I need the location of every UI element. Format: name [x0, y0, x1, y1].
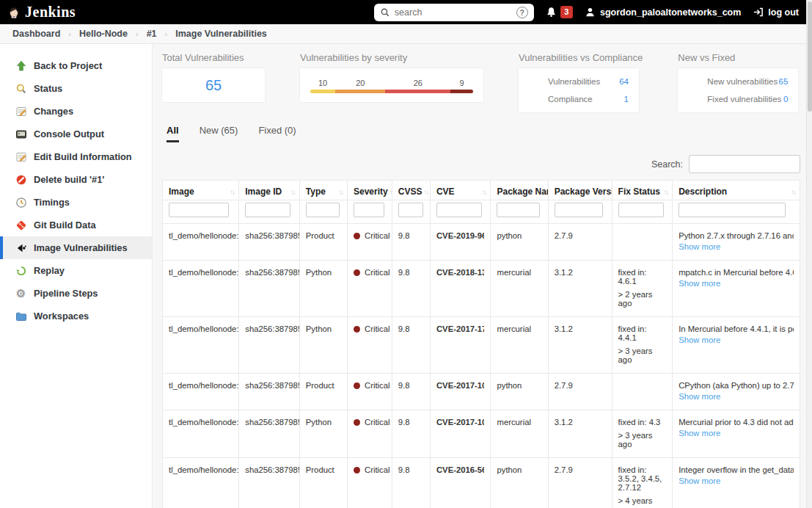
sidebar-item-pipeline-steps[interactable]: ⚙Pipeline Steps — [0, 282, 152, 305]
vs-compliance-value: 1 — [624, 95, 629, 104]
notification-badge: 3 — [560, 6, 573, 18]
filter-input-cve[interactable] — [436, 203, 482, 217]
show-more-link[interactable]: Show more — [679, 279, 720, 288]
show-more-link[interactable]: Show more — [679, 335, 720, 344]
cell-severity: Critical — [347, 261, 392, 317]
description-text: mpatch.c in Mercurial before 4.6.1 misha… — [679, 268, 794, 277]
page-scrollbar[interactable] — [806, 0, 812, 508]
sidebar-item-timings[interactable]: Timings — [0, 191, 152, 214]
column-label: Fix Status — [618, 186, 660, 197]
sidebar-item-status[interactable]: Status — [0, 77, 152, 100]
sort-icon[interactable]: ↑↓ — [424, 188, 428, 196]
sidebar-item-git-build-data[interactable]: Git Build Data — [0, 214, 152, 236]
filter-input-package-name[interactable] — [497, 203, 539, 217]
cell-image: tl_demo/hellonode:latest — [163, 261, 239, 317]
help-icon[interactable]: ? — [516, 7, 528, 18]
column-label: Type — [306, 186, 326, 197]
sort-icon[interactable]: ↑↓ — [481, 188, 486, 196]
global-search[interactable]: ? — [374, 4, 534, 21]
severity-card: 1020269 — [300, 68, 483, 102]
vs-compliance-row: Compliance1 — [527, 92, 630, 106]
arrow-up-icon — [15, 59, 27, 72]
column-header-cve[interactable]: CVE↑↓ — [430, 181, 491, 200]
severity-segment-bar — [335, 90, 385, 93]
show-more-link[interactable]: Show more — [679, 392, 720, 401]
tab-fixed-0[interactable]: Fixed (0) — [258, 125, 296, 142]
column-header-image-id[interactable]: Image ID↑↓ — [239, 181, 300, 200]
column-header-cvss[interactable]: CVSS↑↓ — [392, 181, 430, 200]
breadcrumb-item[interactable]: Image Vulnerabilities — [175, 29, 267, 39]
table-row: tl_demo/hellonode:latestsha256:387985591… — [163, 410, 800, 458]
jenkins-home-link[interactable]: Jenkins — [7, 4, 76, 21]
fix-version: fixed in: 4.3 — [618, 418, 667, 427]
filter-input-fix-status[interactable] — [618, 203, 664, 217]
filter-input-image-id[interactable] — [245, 203, 290, 217]
breadcrumb-item[interactable]: Hello-Node — [79, 29, 128, 39]
sidebar: Back to ProjectStatusChangesConsole Outp… — [0, 44, 153, 508]
column-header-package-version[interactable]: Package Version↑↓ — [548, 181, 612, 200]
cell-cvss: 9.8 — [392, 224, 430, 261]
table-row: tl_demo/hellonode:latestsha256:387985591… — [163, 224, 800, 261]
column-header-severity[interactable]: Severity↑↓ — [347, 181, 392, 200]
filter-input-severity[interactable] — [354, 203, 384, 217]
critical-dot-icon — [354, 233, 360, 239]
notifications[interactable]: 3 — [546, 6, 573, 18]
sidebar-item-replay[interactable]: Replay — [0, 259, 152, 282]
replay-icon — [15, 264, 27, 277]
column-header-fix-status[interactable]: Fix Status↑↓ — [612, 181, 673, 200]
severity-text: Critical — [365, 268, 390, 277]
severity-segment: 10 — [310, 79, 335, 93]
sort-icon[interactable]: ↑↓ — [791, 188, 795, 196]
critical-dot-icon — [354, 269, 360, 276]
column-header-description[interactable]: Description↑↓ — [673, 181, 800, 200]
cell-cve: CVE-2017-17458 — [430, 317, 491, 374]
sidebar-item-delete-build-1[interactable]: Delete build '#1' — [0, 168, 152, 191]
show-more-link[interactable]: Show more — [679, 476, 720, 485]
scrollbar-thumb[interactable] — [808, 1, 812, 112]
tab-all[interactable]: All — [167, 125, 179, 142]
sidebar-item-console-output[interactable]: Console Output — [0, 123, 152, 145]
show-more-link[interactable]: Show more — [679, 429, 720, 438]
search-input[interactable] — [395, 7, 512, 18]
new-vs-fixed-value: 65 — [779, 77, 789, 86]
column-header-package-name[interactable]: Package Name↑↓ — [491, 181, 548, 200]
sidebar-item-label: Back to Project — [34, 60, 102, 71]
cell-package-name: python — [491, 374, 548, 410]
table-search-label: Search: — [651, 159, 683, 170]
sort-icon[interactable]: ↑↓ — [338, 188, 343, 196]
sidebar-item-edit-build-information[interactable]: Edit Build Information — [0, 145, 152, 168]
breadcrumb-item[interactable]: #1 — [147, 29, 157, 39]
fix-age: > 2 years ago — [618, 290, 667, 308]
severity-text: Critical — [365, 324, 390, 333]
filter-input-cvss[interactable] — [398, 203, 423, 217]
sort-icon[interactable]: ↑↓ — [389, 188, 392, 196]
breadcrumb-item[interactable]: Dashboard — [12, 29, 60, 39]
sort-icon[interactable]: ↑↓ — [663, 188, 667, 196]
sidebar-item-back-to-project[interactable]: Back to Project — [0, 54, 152, 77]
column-label: Description — [679, 186, 727, 197]
sort-icon[interactable]: ↑↓ — [290, 188, 295, 196]
cell-fix-status: fixed in: 4.4.1> 3 years ago — [612, 317, 673, 374]
new-vs-fixed-label: Fixed vulnerabilities — [707, 95, 781, 104]
cell-image-id: sha256:387985591 — [239, 317, 300, 374]
filter-input-package-version[interactable] — [555, 203, 603, 217]
sidebar-item-workspaces[interactable]: Workspaces — [0, 305, 152, 327]
fix-age: > 4 years ago — [618, 496, 667, 508]
summary-cards: Total Vulnerabilities 65 Vulnerabilities… — [162, 52, 800, 112]
filter-input-description[interactable] — [679, 203, 786, 217]
show-more-link[interactable]: Show more — [679, 242, 720, 251]
critical-dot-icon — [354, 419, 360, 426]
column-header-image[interactable]: Image↑↓ — [163, 181, 239, 200]
sort-icon[interactable]: ↑↓ — [230, 188, 234, 196]
user-menu[interactable]: sgordon_paloaltonetworks_com — [585, 7, 741, 18]
tab-new-65[interactable]: New (65) — [200, 125, 238, 142]
table-search-input[interactable] — [689, 155, 800, 173]
column-header-type[interactable]: Type↑↓ — [299, 181, 347, 200]
filter-input-image[interactable] — [169, 203, 229, 217]
sidebar-item-image-vulnerabilities[interactable]: Image Vulnerabilities — [0, 236, 152, 259]
sidebar-item-changes[interactable]: Changes — [0, 100, 152, 123]
cell-package-name: python — [491, 458, 548, 508]
total-vulns-value: 65 — [205, 77, 222, 94]
filter-input-type[interactable] — [306, 203, 340, 217]
logout-button[interactable]: log out — [753, 7, 799, 18]
